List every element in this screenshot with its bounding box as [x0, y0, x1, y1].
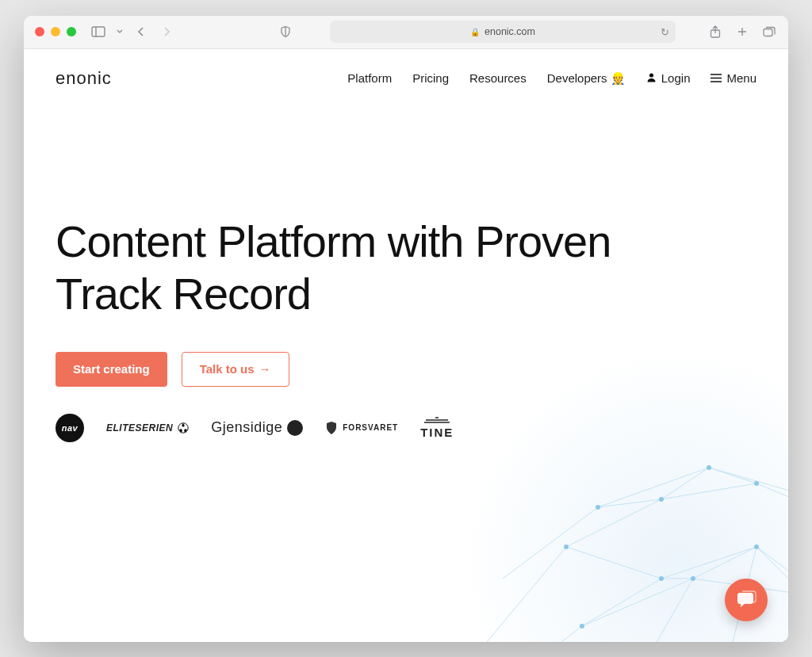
svg-point-17 — [659, 576, 664, 581]
tine-mark-icon — [423, 416, 451, 424]
svg-rect-0 — [92, 27, 105, 36]
nav-login[interactable]: Login — [646, 71, 691, 85]
client-gjensidige: Gjensidige — [211, 419, 303, 436]
lock-icon: 🔒 — [470, 28, 480, 36]
chat-button[interactable] — [725, 579, 768, 621]
nav-platform[interactable]: Platform — [347, 71, 392, 85]
browser-toolbar: 🔒 enonic.com ↻ — [24, 16, 788, 49]
page-viewport: enonic Platform Pricing Resources Develo… — [24, 49, 788, 642]
client-forsvaret: FORSVARET — [325, 421, 398, 435]
url-host: enonic.com — [485, 26, 535, 37]
privacy-shield-icon[interactable] — [278, 24, 293, 40]
client-tine: TINE — [420, 416, 454, 439]
talk-to-us-label: Talk to us — [200, 362, 255, 376]
ball-icon — [178, 422, 189, 434]
address-bar[interactable]: 🔒 enonic.com ↻ — [330, 21, 676, 43]
svg-point-4 — [649, 73, 653, 77]
arrow-right-icon: → — [259, 362, 271, 376]
nav-developers[interactable]: Developers 👷 — [547, 71, 626, 86]
back-button[interactable] — [133, 24, 149, 40]
user-icon — [646, 71, 657, 85]
hero-section: Content Platform with Proven Track Recor… — [24, 97, 737, 442]
client-logos: nav ELITESERIEN Gjensidige FORSVARET TIN… — [56, 414, 706, 442]
client-nav: nav — [56, 414, 84, 442]
nav-resources[interactable]: Resources — [469, 71, 527, 85]
sidebar-toggle-icon[interactable] — [90, 24, 106, 40]
hero-headline: Content Platform with Proven Track Recor… — [56, 216, 706, 320]
svg-rect-3 — [764, 29, 772, 36]
forward-button[interactable] — [159, 24, 174, 40]
main-nav: Platform Pricing Resources Developers 👷 … — [347, 71, 756, 86]
start-creating-button[interactable]: Start creating — [56, 352, 167, 387]
share-icon[interactable] — [707, 24, 723, 40]
talk-to-us-button[interactable]: Talk to us → — [182, 352, 289, 387]
gjensidige-mark-icon — [287, 420, 303, 436]
minimize-window-button[interactable] — [51, 27, 60, 36]
tabs-overview-icon[interactable] — [761, 24, 777, 40]
svg-point-12 — [707, 465, 711, 470]
cta-row: Start creating Talk to us → — [56, 352, 706, 387]
nav-pricing[interactable]: Pricing — [412, 71, 449, 85]
reload-icon[interactable]: ↻ — [661, 26, 669, 38]
login-label: Login — [661, 71, 691, 85]
hamburger-icon — [710, 71, 722, 85]
chevron-down-icon[interactable] — [116, 24, 124, 40]
svg-point-7 — [564, 544, 569, 549]
svg-point-8 — [659, 497, 664, 502]
svg-point-15 — [691, 576, 695, 581]
svg-point-9 — [754, 481, 759, 486]
site-header: enonic Platform Pricing Resources Develo… — [24, 49, 788, 97]
traffic-lights — [35, 27, 76, 36]
close-window-button[interactable] — [35, 27, 44, 36]
nav-menu[interactable]: Menu — [710, 71, 756, 85]
crest-icon — [325, 421, 338, 435]
svg-point-11 — [596, 505, 600, 510]
svg-point-14 — [580, 624, 584, 628]
site-logo[interactable]: enonic — [56, 68, 112, 89]
maximize-window-button[interactable] — [67, 27, 76, 36]
chat-icon — [736, 590, 756, 610]
new-tab-icon[interactable] — [734, 24, 750, 40]
menu-label: Menu — [726, 71, 756, 85]
client-eliteserien: ELITESERIEN — [106, 422, 189, 434]
browser-window: 🔒 enonic.com ↻ enoni — [24, 16, 788, 642]
svg-point-18 — [754, 544, 759, 549]
